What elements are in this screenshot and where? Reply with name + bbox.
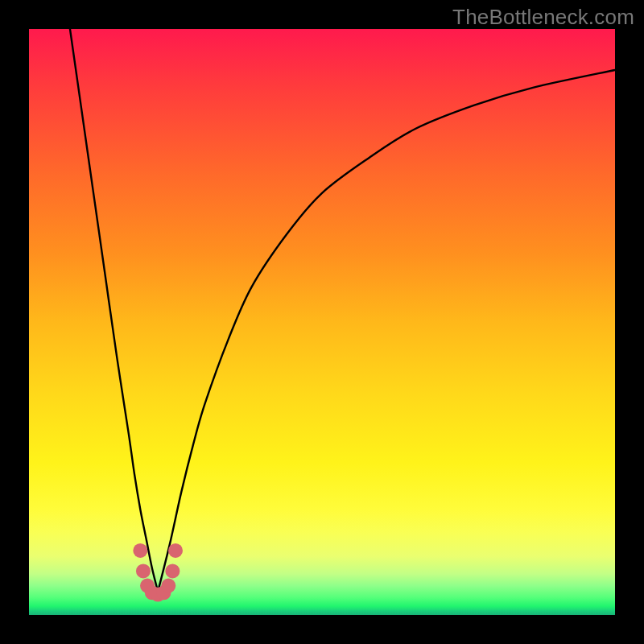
chart-frame: TheBottleneck.com — [0, 0, 644, 644]
right-branch-curve — [158, 70, 615, 592]
watermark-text: TheBottleneck.com — [452, 5, 634, 30]
left-branch-curve — [70, 29, 158, 592]
plot-area — [29, 29, 615, 615]
notch-marker — [161, 579, 175, 593]
notch-marker — [165, 564, 180, 578]
notch-marker-group — [133, 543, 183, 602]
notch-marker — [136, 564, 151, 578]
notch-marker — [168, 543, 183, 558]
curve-layer — [29, 29, 615, 615]
notch-marker — [133, 543, 147, 558]
